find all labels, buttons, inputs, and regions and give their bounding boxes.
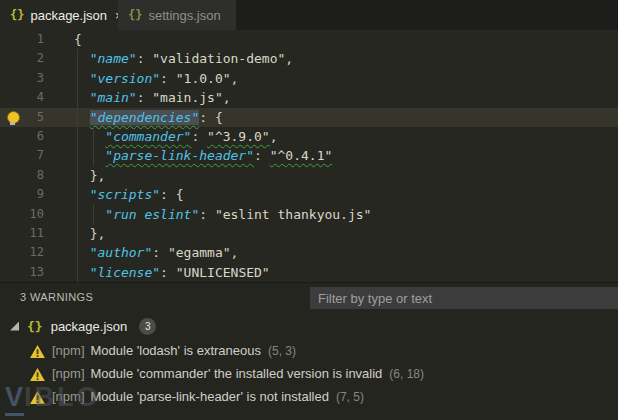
code-line[interactable]: 6 "commander": "^3.9.0", [0,127,618,146]
code-line[interactable]: 13 "license": "UNLICENSED" [0,263,618,282]
code-line[interactable]: 10 "run eslint": "eslint thankyou.js" [0,205,618,224]
code-line[interactable]: 8 }, [0,166,618,185]
code-line[interactable]: 5 "dependencies": { [0,108,618,127]
warning-icon [30,367,45,380]
editor-tab-bar: {} package.json × {} settings.json [0,0,618,30]
code-text: "main": "main.js", [50,88,231,107]
lightbulb-icon[interactable] [6,111,19,125]
problem-source: [npm] [52,366,85,381]
problem-row[interactable]: [npm]Module 'parse-link-header' is not i… [0,385,618,408]
code-line[interactable]: 7 "parse-link-header": "^0.4.1" [0,146,618,165]
line-number: 5 [0,108,50,127]
code-text: "scripts": { [50,185,184,204]
problems-list: [npm]Module 'lodash' is extraneous(5, 3)… [0,339,618,408]
problem-message: Module 'lodash' is extraneous [91,343,261,358]
tab-settings-json[interactable]: {} settings.json [118,0,236,30]
line-number: 7 [0,146,50,165]
tab-package-json[interactable]: {} package.json × [0,0,118,30]
code-line[interactable]: 3 "version": "1.0.0", [0,69,618,88]
problem-row[interactable]: [npm]Module 'commander' the installed ve… [0,362,618,385]
line-number: 1 [0,30,50,49]
editor[interactable]: 1{2 "name": "validation-demo",3 "version… [0,30,618,282]
line-number: 4 [0,88,50,107]
line-number: 9 [0,185,50,204]
filter-input[interactable] [310,287,618,309]
line-number: 12 [0,243,50,262]
json-file-icon: {} [128,8,142,22]
code-line[interactable]: 1{ [0,30,618,49]
json-file-icon: {} [10,8,24,22]
tab-label: package.json [30,8,107,23]
problem-message: Module 'parse-link-header' is not instal… [91,389,329,404]
code-text: }, [50,166,105,185]
code-line[interactable]: 12 "author": "egamma", [0,243,618,262]
problem-count-badge: 3 [139,318,156,335]
code-text: "version": "1.0.0", [50,69,238,88]
problems-file-group[interactable]: {} package.json 3 [0,313,618,339]
code-text: "author": "egamma", [50,243,238,262]
line-number: 13 [0,263,50,282]
code-text: { [50,30,82,49]
code-text: }, [50,224,105,243]
problem-location: (5, 3) [268,344,296,358]
line-number: 10 [0,205,50,224]
line-number: 8 [0,166,50,185]
code-line[interactable]: 11 }, [0,224,618,243]
line-number: 2 [0,49,50,68]
problem-source: [npm] [52,389,85,404]
json-file-icon: {} [27,319,43,334]
editor-lines: 1{2 "name": "validation-demo",3 "version… [0,30,618,282]
code-text: "commander": "^3.9.0", [50,127,278,146]
problem-source: [npm] [52,343,85,358]
code-text: "parse-link-header": "^0.4.1" [50,146,332,165]
code-text: "name": "validation-demo", [50,49,293,68]
code-text: "run eslint": "eslint thankyou.js" [50,205,371,224]
code-line[interactable]: 2 "name": "validation-demo", [0,49,618,68]
problems-status: 3 WARNINGS [20,283,93,311]
line-number: 3 [0,69,50,88]
warning-icon [30,344,45,357]
line-number: 11 [0,224,50,243]
problem-location: (6, 18) [389,367,424,381]
vscode-window: {} package.json × {} settings.json 1{2 "… [0,0,618,420]
warning-icon [30,390,45,403]
line-number: 6 [0,127,50,146]
problem-location: (7, 5) [336,390,364,404]
code-line[interactable]: 4 "main": "main.js", [0,88,618,107]
tab-label: settings.json [148,8,220,23]
chevron-expanded-icon[interactable] [10,322,19,331]
code-text: "dependencies": { [50,108,223,127]
code-text: "license": "UNLICENSED" [50,263,270,282]
problem-row[interactable]: [npm]Module 'lodash' is extraneous(5, 3) [0,339,618,362]
problem-message: Module 'commander' the installed version… [91,366,383,381]
problems-panel: 3 WARNINGS {} package.json 3 [npm]Module… [0,282,618,420]
file-name: package.json [51,319,128,334]
code-line[interactable]: 9 "scripts": { [0,185,618,204]
